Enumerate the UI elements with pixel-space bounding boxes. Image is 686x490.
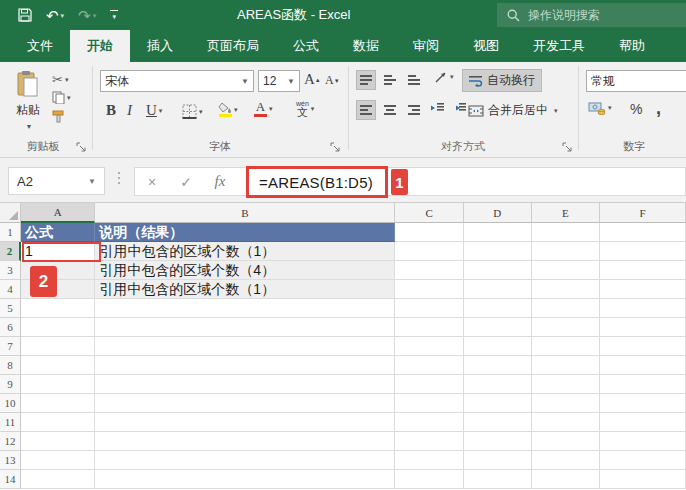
cell-c14[interactable] [395, 470, 464, 489]
comma-style-button[interactable]: , [656, 98, 661, 119]
row-header-12[interactable]: 12 [0, 432, 21, 451]
cut-button[interactable]: ✂▾ [52, 72, 68, 87]
cell-b9[interactable] [95, 375, 395, 394]
decrease-indent-button[interactable] [430, 102, 445, 114]
cell-e4[interactable] [532, 280, 601, 299]
wrap-text-button[interactable]: 自动换行 [462, 69, 542, 92]
merge-center-dropdown-icon[interactable]: ▾ [554, 107, 558, 115]
font-color-button[interactable]: A ▾ [254, 101, 273, 117]
cell-c1[interactable] [395, 223, 464, 242]
cell-c8[interactable] [395, 356, 464, 375]
cell-e8[interactable] [532, 356, 601, 375]
cell-f5[interactable] [600, 299, 686, 318]
cell-b13[interactable] [95, 451, 395, 470]
cell-f1[interactable] [600, 223, 686, 242]
cell-d9[interactable] [464, 375, 532, 394]
cell-b7[interactable] [95, 337, 395, 356]
cell-e5[interactable] [532, 299, 601, 318]
row-header-14[interactable]: 14 [0, 470, 21, 489]
cell-b1[interactable]: 说明（结果） [95, 223, 395, 242]
align-bottom-button[interactable] [404, 70, 424, 90]
cell-f2[interactable] [600, 242, 686, 261]
cell-f12[interactable] [600, 432, 686, 451]
cell-b5[interactable] [95, 299, 395, 318]
cell-d2[interactable] [464, 242, 532, 261]
alignment-dialog-launcher-icon[interactable] [562, 142, 573, 153]
underline-dropdown-icon[interactable]: ▾ [159, 107, 163, 115]
increase-font-size-button[interactable]: A▲ [304, 71, 321, 88]
tell-me-search[interactable]: 操作说明搜索 [497, 3, 686, 27]
name-box[interactable]: A2 ▼ [8, 167, 105, 195]
column-header-b[interactable]: B [95, 203, 395, 223]
tab-page-layout[interactable]: 页面布局 [190, 30, 276, 62]
formula-input-area[interactable]: × ✓ fx [134, 167, 686, 196]
cell-c9[interactable] [395, 375, 464, 394]
cell-d1[interactable] [464, 223, 532, 242]
cell-b3[interactable]: 引用中包含的区域个数（4） [95, 261, 395, 280]
insert-function-icon[interactable]: fx [203, 173, 237, 190]
row-header-11[interactable]: 11 [0, 413, 21, 432]
italic-button[interactable]: I [127, 102, 132, 119]
cell-a14[interactable] [21, 470, 95, 489]
cell-d4[interactable] [464, 280, 532, 299]
cell-c10[interactable] [395, 394, 464, 413]
bold-button[interactable]: B [106, 102, 116, 119]
cell-d3[interactable] [464, 261, 532, 280]
cell-d10[interactable] [464, 394, 532, 413]
cell-e12[interactable] [532, 432, 601, 451]
row-header-5[interactable]: 5 [0, 299, 21, 318]
font-name-dropdown-icon[interactable]: ▼ [241, 77, 249, 86]
orientation-button[interactable]: ▾ [434, 70, 454, 84]
cell-b4[interactable]: 引用中包含的区域个数（1） [95, 280, 395, 299]
cell-c11[interactable] [395, 413, 464, 432]
cell-c3[interactable] [395, 261, 464, 280]
cell-c7[interactable] [395, 337, 464, 356]
cell-e9[interactable] [532, 375, 601, 394]
cell-a7[interactable] [21, 337, 95, 356]
select-all-button[interactable] [0, 203, 21, 223]
row-header-2[interactable]: 2 [0, 242, 21, 261]
formula-text[interactable]: =AREAS(B1:D5) [259, 174, 373, 191]
align-left-button[interactable] [356, 100, 376, 120]
cell-a12[interactable] [21, 432, 95, 451]
cell-c4[interactable] [395, 280, 464, 299]
cell-a6[interactable] [21, 318, 95, 337]
font-size-dropdown-icon[interactable]: ▼ [287, 77, 295, 86]
cell-f10[interactable] [600, 394, 686, 413]
cell-e7[interactable] [532, 337, 601, 356]
cell-a5[interactable] [21, 299, 95, 318]
tab-file[interactable]: 文件 [10, 30, 70, 62]
enter-icon[interactable]: ✓ [169, 174, 203, 190]
cell-b14[interactable] [95, 470, 395, 489]
orientation-dropdown-icon[interactable]: ▾ [450, 73, 454, 81]
borders-button[interactable]: ▾ [182, 104, 203, 119]
tab-home[interactable]: 开始 [70, 30, 130, 62]
phonetic-dropdown-icon[interactable]: ▾ [311, 105, 315, 113]
cell-d7[interactable] [464, 337, 532, 356]
tab-data[interactable]: 数据 [336, 30, 396, 62]
cell-a11[interactable] [21, 413, 95, 432]
paste-dropdown-icon[interactable]: ▼ [26, 123, 33, 130]
tab-developer[interactable]: 开发工具 [516, 30, 602, 62]
font-dialog-launcher-icon[interactable] [330, 142, 341, 153]
cell-d14[interactable] [464, 470, 532, 489]
number-format-combo[interactable]: 常规 [586, 70, 686, 92]
cell-e1[interactable] [532, 223, 601, 242]
font-size-combo[interactable]: 12 ▼ [258, 70, 300, 92]
cancel-icon[interactable]: × [135, 174, 169, 190]
cell-b6[interactable] [95, 318, 395, 337]
decrease-font-size-button[interactable]: A▼ [325, 73, 340, 88]
cell-f13[interactable] [600, 451, 686, 470]
cell-c5[interactable] [395, 299, 464, 318]
formula-bar-resize-handle[interactable] [118, 172, 120, 184]
accounting-format-button[interactable]: ▾ [588, 101, 612, 115]
fill-color-dropdown-icon[interactable]: ▾ [234, 106, 238, 114]
column-header-f[interactable]: F [600, 203, 686, 223]
cell-e2[interactable] [532, 242, 601, 261]
cell-e10[interactable] [532, 394, 601, 413]
borders-dropdown-icon[interactable]: ▾ [199, 108, 203, 116]
cell-e13[interactable] [532, 451, 601, 470]
cell-a13[interactable] [21, 451, 95, 470]
row-header-1[interactable]: 1 [0, 223, 21, 242]
row-header-6[interactable]: 6 [0, 318, 21, 337]
